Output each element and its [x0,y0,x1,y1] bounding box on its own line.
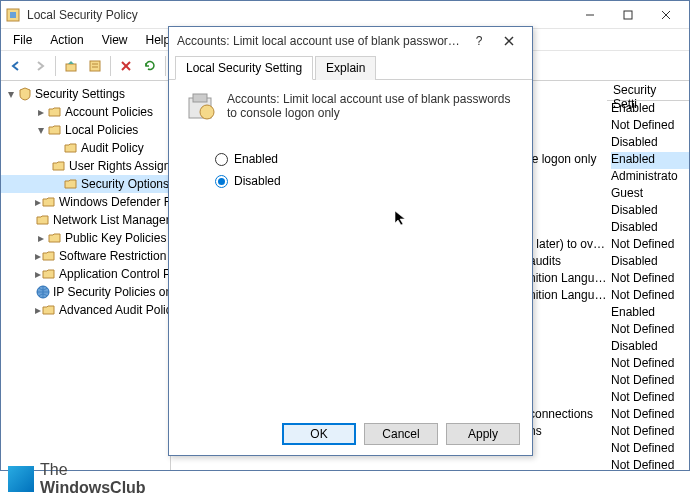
tab-local-security-setting[interactable]: Local Security Setting [175,56,313,80]
refresh-button[interactable] [139,55,161,77]
security-setting-cell: Not Defined [611,458,689,475]
tree-label: Software Restriction Polici [59,249,171,263]
policy-name-cell: le logon only [529,152,611,169]
list-row[interactable]: Not Defined [529,458,689,475]
security-setting-cell: Disabled [611,220,689,237]
tree-item[interactable]: ▸Application Control Polici [1,265,170,283]
list-row[interactable]: Not Defined [529,118,689,135]
dialog-close-button[interactable] [494,30,524,52]
tree-pane[interactable]: ▾ Security Settings ▸Account Policies▾Lo… [1,81,171,470]
tree-label: Audit Policy [81,141,144,155]
list-row[interactable]: Disabled [529,339,689,356]
list-row[interactable]: nsNot Defined [529,424,689,441]
list-row[interactable]: auditsDisabled [529,254,689,271]
menu-view[interactable]: View [94,31,136,49]
policy-name-cell [529,305,611,322]
expand-icon[interactable]: ▸ [35,195,41,209]
tree-item[interactable]: IP Security Policies on Loca [1,283,170,301]
radio-icon [215,175,228,188]
radio-enabled[interactable]: Enabled [215,148,516,170]
list-row[interactable]: r later) to ove...Not Defined [529,237,689,254]
back-button[interactable] [5,55,27,77]
folder-icon [64,177,78,191]
expand-icon[interactable]: ▾ [35,123,47,137]
expand-icon[interactable]: ▸ [35,105,47,119]
tree-item[interactable]: User Rights Assignmen [1,157,170,175]
forward-button[interactable] [29,55,51,77]
policy-name-cell: nition Langua... [529,288,611,305]
security-setting-cell: Not Defined [611,271,689,288]
list-row[interactable]: Disabled [529,220,689,237]
menu-file[interactable]: File [5,31,40,49]
security-setting-cell: Not Defined [611,322,689,339]
list-row[interactable]: Not Defined [529,373,689,390]
list-row[interactable]: connectionsNot Defined [529,407,689,424]
delete-button[interactable] [115,55,137,77]
security-setting-cell: Not Defined [611,356,689,373]
tab-explain[interactable]: Explain [315,56,376,80]
list-row[interactable]: Not Defined [529,390,689,407]
help-button[interactable]: ? [464,30,494,52]
policy-name-cell [529,441,611,458]
svg-rect-3 [624,11,632,19]
svg-rect-1 [10,12,16,18]
tree-item[interactable]: ▾Local Policies [1,121,170,139]
list-row[interactable]: Disabled [529,203,689,220]
expand-icon[interactable]: ▾ [5,87,17,101]
up-button[interactable] [60,55,82,77]
tree-item[interactable]: Security Options [1,175,170,193]
security-setting-cell: Not Defined [611,373,689,390]
watermark-logo-icon [8,466,34,492]
svg-rect-7 [90,61,100,71]
tree-label: Public Key Policies [65,231,166,245]
folder-icon [52,159,66,173]
expand-icon[interactable]: ▸ [35,267,41,281]
list-row[interactable]: Enabled [529,101,689,118]
policy-icon [185,92,217,124]
tree-item[interactable]: ▸Account Policies [1,103,170,121]
app-icon [5,7,21,23]
cancel-button[interactable]: Cancel [364,423,438,445]
list-row[interactable]: nition Langua...Not Defined [529,288,689,305]
apply-button[interactable]: Apply [446,423,520,445]
list-row[interactable]: Administrato [529,169,689,186]
list-row[interactable]: Not Defined [529,356,689,373]
separator [55,56,56,76]
expand-icon[interactable]: ▸ [35,303,41,317]
list-row[interactable]: le logon onlyEnabled [529,152,689,169]
tree-item[interactable]: ▸Public Key Policies [1,229,170,247]
security-setting-cell: Not Defined [611,288,689,305]
tree-label: Security Settings [35,87,125,101]
policy-name-cell [529,339,611,356]
list-row[interactable]: Not Defined [529,322,689,339]
tree-item[interactable]: ▸Advanced Audit Policy Co [1,301,170,319]
list-row[interactable]: Not Defined [529,441,689,458]
tree-item[interactable]: Audit Policy [1,139,170,157]
list-row[interactable]: nition Langua...Not Defined [529,271,689,288]
radio-label: Disabled [234,174,281,188]
tree-label: Application Control Polici [59,267,171,281]
minimize-button[interactable] [571,4,609,26]
list-row[interactable]: Enabled [529,305,689,322]
menu-action[interactable]: Action [42,31,91,49]
column-header-security[interactable]: Security Setti [607,81,689,101]
tree-label: Advanced Audit Policy Co [59,303,171,317]
tree-item[interactable]: ▸Windows Defender Firewal [1,193,170,211]
radio-disabled[interactable]: Disabled [215,170,516,192]
list-row[interactable]: Guest [529,186,689,203]
list-row[interactable]: Disabled [529,135,689,152]
properties-button[interactable] [84,55,106,77]
tree-item[interactable]: ▸Software Restriction Polici [1,247,170,265]
window-title: Local Security Policy [27,8,571,22]
tree-root[interactable]: ▾ Security Settings [1,85,170,103]
maximize-button[interactable] [609,4,647,26]
ok-button[interactable]: OK [282,423,356,445]
expand-icon[interactable]: ▸ [35,231,47,245]
tree-item[interactable]: Network List Manager Poli [1,211,170,229]
tree-label: Local Policies [65,123,138,137]
folder-icon [48,105,62,119]
properties-dialog: Accounts: Limit local account use of bla… [168,26,533,456]
expand-icon[interactable]: ▸ [35,249,41,263]
close-button[interactable] [647,4,685,26]
policy-name-cell [529,356,611,373]
